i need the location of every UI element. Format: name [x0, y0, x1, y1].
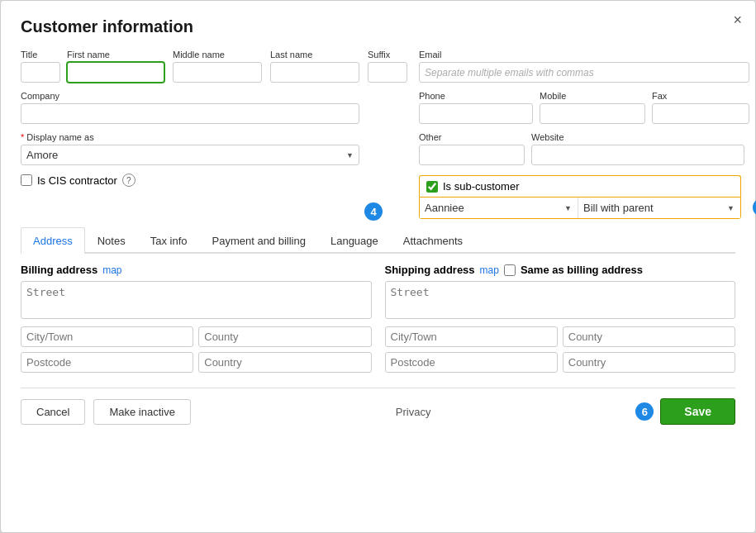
cis-checkbox[interactable]	[21, 174, 32, 186]
shipping-county-input[interactable]	[563, 326, 735, 347]
cis-help-icon[interactable]: ?	[122, 174, 136, 187]
tab-language[interactable]: Language	[318, 227, 391, 254]
tab-notes[interactable]: Notes	[85, 227, 138, 254]
fax-label: Fax	[652, 91, 749, 101]
suffix-input[interactable]	[368, 62, 407, 83]
tab-payment[interactable]: Payment and billing	[199, 227, 317, 254]
sub-customer-row: Is sub-customer	[419, 175, 741, 197]
firstname-label: First name	[67, 50, 166, 59]
shipping-postcode-input[interactable]	[385, 352, 558, 373]
close-button[interactable]: ×	[733, 12, 742, 27]
shipping-address-header: Shipping address	[385, 264, 475, 276]
display-name-label: Display name as	[21, 132, 409, 142]
website-input[interactable]	[531, 145, 744, 165]
sub-customer-dropdowns: Aanniee Bill with parent	[419, 197, 741, 219]
lastname-input[interactable]	[270, 62, 359, 83]
middlename-label: Middle name	[173, 50, 264, 59]
tabs-row: Address Notes Tax info Payment and billi…	[21, 227, 735, 254]
shipping-address-col: Shipping address map Same as billing add…	[385, 264, 736, 378]
same-as-billing-label: Same as billing address	[521, 264, 643, 276]
suffix-label: Suffix	[368, 50, 409, 59]
address-section: Billing address map Shipping address map…	[21, 264, 735, 378]
mobile-input[interactable]	[540, 103, 645, 124]
tab-attachments[interactable]: Attachments	[391, 227, 475, 254]
lastname-label: Last name	[270, 50, 361, 59]
tab-taxinfo[interactable]: Tax info	[138, 227, 200, 254]
title-input[interactable]	[21, 62, 60, 83]
shipping-map-link[interactable]: map	[480, 264, 499, 276]
company-label: Company	[21, 91, 409, 101]
footer-right: 6 Save	[635, 398, 735, 425]
phone-label: Phone	[419, 91, 533, 101]
cancel-button[interactable]: Cancel	[21, 399, 85, 425]
badge-5: 5	[753, 198, 756, 217]
footer-divider	[21, 388, 735, 388]
website-label: Website	[531, 132, 744, 142]
shipping-street-input[interactable]	[385, 281, 736, 319]
sub-customer-checkbox[interactable]	[426, 181, 438, 193]
billing-county-input[interactable]	[198, 326, 371, 347]
privacy-link[interactable]: Privacy	[396, 406, 431, 418]
email-label: Email	[419, 50, 749, 59]
title-label: Title	[21, 50, 60, 59]
tab-address[interactable]: Address	[21, 227, 85, 254]
other-label: Other	[419, 132, 525, 142]
same-as-billing-checkbox[interactable]	[504, 264, 516, 276]
make-inactive-button[interactable]: Make inactive	[93, 399, 190, 425]
customer-information-dialog: × Customer information Title First name …	[0, 0, 756, 533]
mobile-label: Mobile	[540, 91, 645, 101]
email-input[interactable]	[419, 62, 749, 83]
cis-label: Is CIS contractor	[37, 174, 117, 187]
middlename-input[interactable]	[173, 62, 262, 83]
display-name-select[interactable]: Amore	[21, 145, 359, 165]
billing-select[interactable]: Bill with parent	[578, 197, 740, 218]
billing-address-col: Billing address map	[21, 264, 372, 378]
company-input[interactable]	[21, 103, 359, 124]
shipping-city-input[interactable]	[385, 326, 558, 347]
phone-input[interactable]	[419, 103, 533, 124]
billing-city-input[interactable]	[21, 326, 193, 347]
firstname-input[interactable]	[67, 62, 164, 83]
parent-customer-select[interactable]: Aanniee	[420, 197, 577, 218]
badge-6: 6	[635, 402, 654, 421]
other-input[interactable]	[419, 145, 525, 165]
sub-customer-label: Is sub-customer	[443, 180, 519, 193]
billing-address-header: Billing address	[21, 264, 97, 276]
billing-country-input[interactable]	[198, 352, 371, 373]
footer-left: Cancel Make inactive	[21, 399, 191, 425]
billing-map-link[interactable]: map	[102, 264, 121, 276]
billing-street-input[interactable]	[21, 281, 372, 319]
shipping-country-input[interactable]	[563, 352, 735, 373]
badge-4: 4	[364, 202, 383, 221]
footer-row: Cancel Make inactive Privacy 6 Save	[21, 398, 735, 425]
dialog-title: Customer information	[21, 17, 735, 36]
fax-input[interactable]	[652, 103, 749, 124]
billing-postcode-input[interactable]	[21, 352, 193, 373]
save-button[interactable]: Save	[660, 398, 735, 425]
